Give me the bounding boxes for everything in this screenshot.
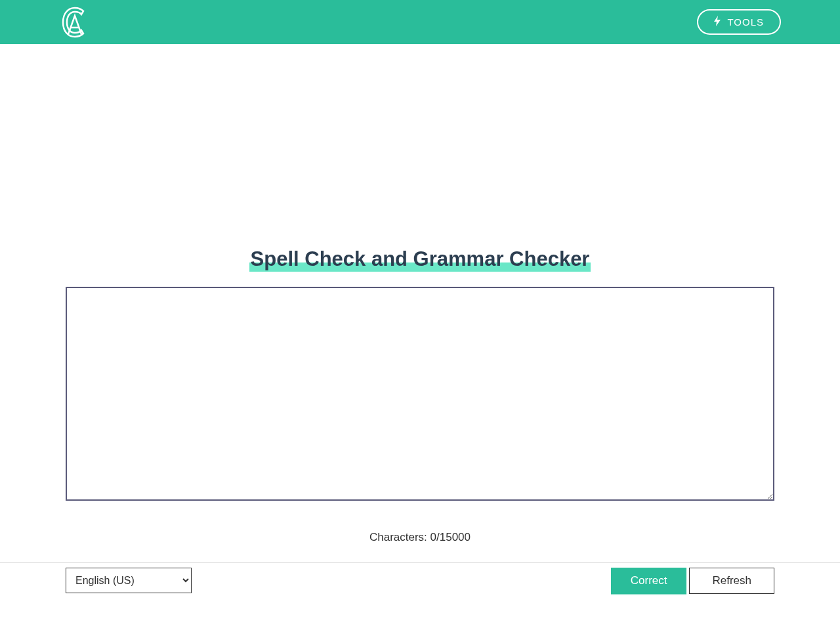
textarea-wrapper <box>66 287 774 503</box>
lightning-icon <box>714 16 721 28</box>
tools-button[interactable]: TOOLS <box>697 9 781 35</box>
language-select[interactable]: English (US) <box>66 568 192 593</box>
refresh-button[interactable]: Refresh <box>689 568 774 594</box>
logo-icon <box>59 5 91 39</box>
page-title: Spell Check and Grammar Checker <box>249 247 591 271</box>
controls-row: English (US) Correct Refresh <box>66 568 774 594</box>
divider-line <box>0 562 840 563</box>
text-input[interactable] <box>66 287 774 501</box>
header: TOOLS <box>0 0 840 44</box>
title-section: Spell Check and Grammar Checker <box>66 44 774 271</box>
logo[interactable] <box>59 5 91 39</box>
main-content: Spell Check and Grammar Checker Characte… <box>56 44 784 630</box>
buttons-group: Correct Refresh <box>611 568 774 594</box>
correct-button[interactable]: Correct <box>611 568 687 594</box>
tools-label: TOOLS <box>727 16 764 28</box>
char-counter: Characters: 0/15000 <box>66 531 774 544</box>
